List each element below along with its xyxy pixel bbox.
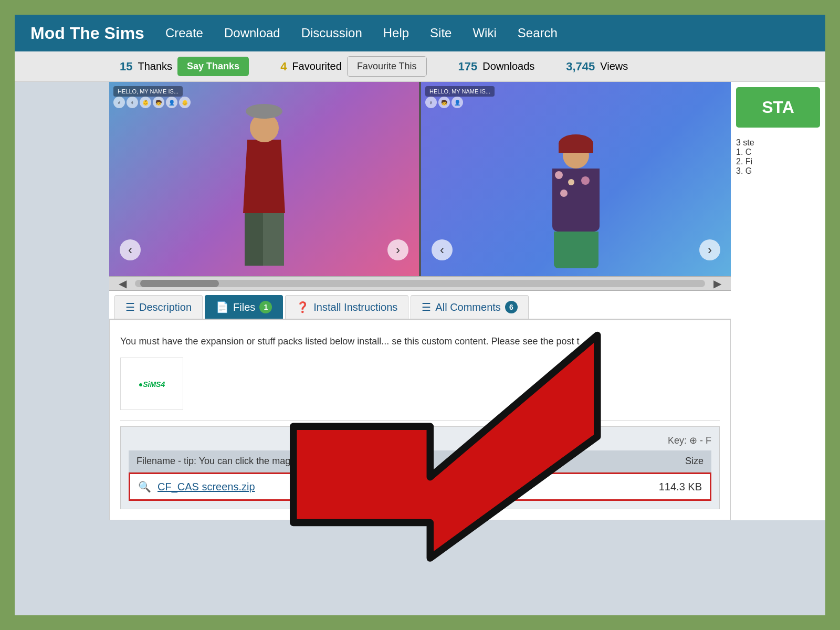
cas-icons-female: ♀ 🧒 👤	[425, 97, 463, 108]
views-stat: 3,745 Views	[566, 60, 628, 74]
screenshot-next-arrow[interactable]: ›	[387, 239, 408, 260]
right-sidebar: STA 3 ste 1. C 2. Fi 3. G	[731, 82, 825, 520]
favourited-count: 4	[280, 60, 287, 74]
tabs-row: ☰ Description 📄 Files 1 ❓ Install Instru…	[109, 291, 731, 320]
nav-site[interactable]: Site	[430, 26, 452, 40]
file-row-highlighted: 🔍 CF_CAS screens.zip 114.3 KB	[129, 472, 711, 501]
thanks-count: 15	[120, 60, 132, 74]
content-notice: You must have the expansion or stuff pac…	[120, 331, 720, 358]
key-line: Key: ⊕ - F	[129, 435, 711, 446]
cas-icon-f1: ♀	[425, 97, 437, 108]
views-label: Views	[600, 60, 628, 72]
say-thanks-button[interactable]: Say Thanks	[177, 57, 249, 76]
screenshot-male: HELLO, MY NAME IS... ♂ ♀ 👶 🧒 👤 👴	[109, 82, 419, 276]
screenshot-f-prev-arrow[interactable]: ‹	[432, 239, 453, 260]
scroll-thumb	[140, 280, 219, 287]
tab-description[interactable]: ☰ Description	[114, 295, 203, 319]
tab-description-label: Description	[139, 301, 192, 313]
screenshots-container: HELLO, MY NAME IS... ♂ ♀ 👶 🧒 👤 👴	[109, 82, 731, 276]
nav-help[interactable]: Help	[383, 26, 409, 40]
comments-icon: ☰	[422, 301, 431, 313]
file-table-header: Filename - tip: You can click the magnif…	[129, 450, 711, 472]
tab-files-label: Files	[233, 301, 255, 313]
file-header-text: Filename - tip: You can click the magnif…	[136, 456, 341, 466]
tab-comments-label: All Comments	[435, 301, 500, 313]
content-area: You must have the expansion or stuff pac…	[109, 320, 731, 520]
site-brand[interactable]: Mod The Sims	[30, 24, 144, 43]
comments-badge: 6	[505, 301, 518, 313]
nav-search[interactable]: Search	[518, 26, 558, 40]
size-label: Size	[685, 456, 704, 467]
files-icon: 📄	[216, 301, 229, 313]
downloads-stat: 175 Downloads	[458, 60, 535, 74]
cas-icon-6: 👴	[179, 97, 191, 108]
scroll-bar-area: ◀ ▶	[109, 276, 731, 291]
views-count: 3,745	[566, 60, 595, 74]
cas-icon-3: 👶	[140, 97, 151, 108]
tab-files[interactable]: 📄 Files 1	[205, 295, 283, 319]
sims4-logo: ●SiMS4	[139, 379, 165, 390]
file-link[interactable]: CF_CAS screens.zip	[158, 481, 255, 493]
thanks-label: Thanks	[138, 60, 172, 72]
file-table-area: Key: ⊕ - F Filename - tip: You can click…	[120, 426, 720, 509]
tab-comments[interactable]: ☰ All Comments 6	[411, 295, 528, 319]
cas-icon-f3: 👤	[452, 97, 463, 108]
cas-icon-2: ♀	[127, 97, 138, 108]
navbar: Mod The Sims Create Download Discussion …	[15, 15, 825, 51]
files-badge: 1	[259, 301, 272, 313]
nav-wiki[interactable]: Wiki	[472, 26, 496, 40]
nav-create[interactable]: Create	[165, 26, 203, 40]
favourited-stat: 4 Favourited Favourite This	[280, 56, 426, 77]
divider	[120, 421, 720, 421]
thanks-stat: 15 Thanks Say Thanks	[120, 57, 249, 76]
sidebar-steps: 3 ste 1. C 2. Fi 3. G	[731, 133, 825, 181]
magnify-icon: 🔍	[138, 480, 151, 493]
cas-icon-1: ♂	[113, 97, 125, 108]
cas-icon-5: 👤	[166, 97, 177, 108]
screenshot-female: HELLO, MY NAME IS... ♀ 🧒 👤	[421, 82, 731, 276]
tab-install[interactable]: ❓ Install Instructions	[285, 295, 408, 319]
nav-download[interactable]: Download	[224, 26, 280, 40]
cas-icon-4: 🧒	[153, 97, 164, 108]
screenshot-prev-arrow[interactable]: ‹	[120, 239, 141, 260]
cas-title-female: HELLO, MY NAME IS...	[425, 86, 495, 97]
description-icon: ☰	[125, 301, 135, 313]
favourited-label: Favourited	[292, 60, 342, 72]
downloads-count: 175	[458, 60, 478, 74]
sims4-logo-box: ●SiMS4	[120, 358, 183, 410]
scroll-right-arrow[interactable]: ▶	[709, 277, 726, 290]
cas-icon-f2: 🧒	[438, 97, 450, 108]
favourite-this-button[interactable]: Favourite This	[347, 56, 427, 77]
downloads-label: Downloads	[482, 60, 534, 72]
nav-discussion[interactable]: Discussion	[301, 26, 362, 40]
outer-frame: Mod The Sims Create Download Discussion …	[0, 0, 840, 630]
stats-bar: 15 Thanks Say Thanks 4 Favourited Favour…	[15, 51, 825, 82]
screenshot-f-next-arrow[interactable]: ›	[699, 239, 720, 260]
scroll-track[interactable]	[135, 280, 705, 287]
tab-install-label: Install Instructions	[313, 301, 397, 313]
cas-title-male: HELLO, MY NAME IS...	[113, 86, 183, 97]
cas-icons-male: ♂ ♀ 👶 🧒 👤 👴	[113, 97, 191, 108]
start-button[interactable]: STA	[736, 87, 820, 128]
inner-content: Mod The Sims Create Download Discussion …	[15, 15, 825, 615]
scroll-left-arrow[interactable]: ◀	[114, 277, 131, 290]
install-icon: ❓	[296, 301, 309, 313]
file-size: 114.3 KB	[659, 481, 702, 493]
